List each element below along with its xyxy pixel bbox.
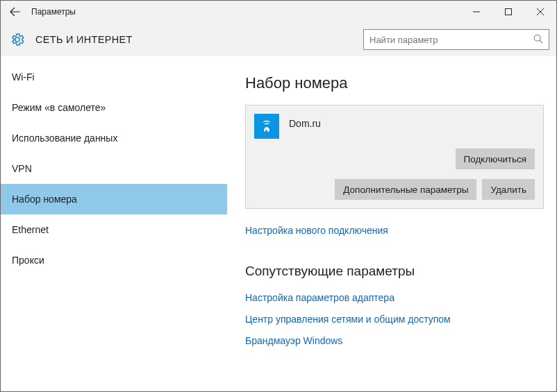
action-row: Дополнительные параметры Удалить xyxy=(254,179,535,200)
sidebar-item-label: VPN xyxy=(12,163,32,174)
gear-icon xyxy=(9,31,26,48)
page-title: Набор номера xyxy=(245,74,544,92)
search-input[interactable] xyxy=(369,35,533,45)
connection-row[interactable]: Dom.ru xyxy=(254,114,535,139)
sidebar-item-label: Набор номера xyxy=(12,194,77,205)
section-title: СЕТЬ И ИНТЕРНЕТ xyxy=(35,34,133,45)
svg-rect-0 xyxy=(506,9,512,15)
titlebar: Параметры xyxy=(1,1,556,23)
sidebar-item-ethernet[interactable]: Ethernet xyxy=(1,214,227,245)
svg-point-1 xyxy=(534,35,540,41)
related-link-firewall[interactable]: Брандмауэр Windows xyxy=(245,335,342,346)
connection-box: Dom.ru Подключиться Дополнительные парам… xyxy=(245,105,544,209)
sidebar-item-label: Wi-Fi xyxy=(12,71,35,83)
window-buttons xyxy=(460,1,556,22)
sidebar-item-airplane[interactable]: Режим «в самолете» xyxy=(1,92,227,123)
sidebar-item-wifi[interactable]: Wi-Fi xyxy=(1,62,227,92)
related-link-adapter[interactable]: Настройка параметров адаптера xyxy=(245,292,394,303)
sidebar-item-dialup[interactable]: Набор номера xyxy=(1,184,227,214)
back-arrow-icon xyxy=(10,6,21,17)
related-heading: Сопутствующие параметры xyxy=(245,264,544,279)
new-connection-link[interactable]: Настройка нового подключения xyxy=(245,225,388,236)
close-icon xyxy=(537,8,544,15)
content: Набор номера Dom.ru Подключиться xyxy=(227,56,556,391)
connect-button[interactable]: Подключиться xyxy=(456,148,535,169)
sidebar: Wi-Fi Режим «в самолете» Использование д… xyxy=(1,56,227,391)
search-icon xyxy=(533,34,543,46)
sidebar-item-proxy[interactable]: Прокси xyxy=(1,245,227,275)
related-link-sharing[interactable]: Центр управления сетями и общим доступом xyxy=(245,314,451,325)
window-title: Параметры xyxy=(31,7,460,17)
sidebar-item-label: Режим «в самолете» xyxy=(12,102,106,113)
settings-window: Параметры СЕТЬ И ИНТЕРНЕТ xyxy=(0,0,557,392)
sidebar-item-data-usage[interactable]: Использование данных xyxy=(1,123,227,153)
header: СЕТЬ И ИНТЕРНЕТ xyxy=(1,23,556,56)
back-button[interactable] xyxy=(5,1,26,22)
dialup-icon xyxy=(254,114,279,139)
close-button[interactable] xyxy=(524,1,556,22)
sidebar-item-label: Ethernet xyxy=(12,224,49,235)
body: Wi-Fi Режим «в самолете» Использование д… xyxy=(1,56,556,391)
minimize-icon xyxy=(473,8,480,15)
connect-row: Подключиться xyxy=(254,148,535,169)
sidebar-item-label: Использование данных xyxy=(12,133,117,144)
minimize-button[interactable] xyxy=(460,1,492,22)
search-box[interactable] xyxy=(363,29,549,50)
maximize-button[interactable] xyxy=(492,1,524,22)
maximize-icon xyxy=(505,8,512,15)
sidebar-item-label: Прокси xyxy=(12,255,44,266)
delete-button[interactable]: Удалить xyxy=(482,179,535,200)
sidebar-item-vpn[interactable]: VPN xyxy=(1,153,227,184)
connection-name: Dom.ru xyxy=(289,118,321,129)
advanced-button[interactable]: Дополнительные параметры xyxy=(335,179,476,200)
